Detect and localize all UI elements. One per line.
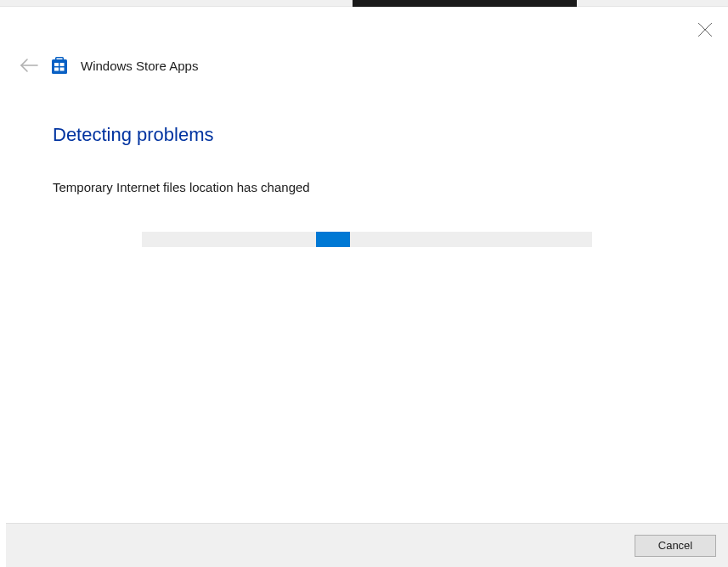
svg-rect-6	[54, 68, 59, 71]
status-text: Temporary Internet files location has ch…	[53, 180, 681, 194]
back-button[interactable]	[20, 58, 38, 73]
page-heading: Detecting problems	[53, 124, 681, 146]
app-title: Windows Store Apps	[81, 59, 198, 73]
progress-indicator	[316, 232, 350, 247]
svg-rect-4	[54, 63, 59, 66]
svg-rect-7	[60, 68, 65, 71]
arrow-left-icon	[20, 61, 38, 76]
footer-bar: Cancel	[6, 523, 728, 567]
troubleshooter-window: Windows Store Apps Detecting problems Te…	[6, 7, 728, 567]
svg-rect-5	[60, 63, 65, 66]
content-area: Detecting problems Temporary Internet fi…	[6, 75, 728, 523]
close-button[interactable]	[697, 22, 713, 37]
background-dark-strip	[353, 0, 577, 7]
close-icon	[697, 25, 713, 40]
progress-bar	[142, 232, 592, 247]
cancel-button[interactable]: Cancel	[635, 535, 716, 557]
svg-rect-3	[52, 59, 67, 74]
header-bar: Windows Store Apps	[6, 7, 728, 75]
window-top-strip	[0, 0, 728, 7]
windows-store-icon	[50, 56, 69, 75]
